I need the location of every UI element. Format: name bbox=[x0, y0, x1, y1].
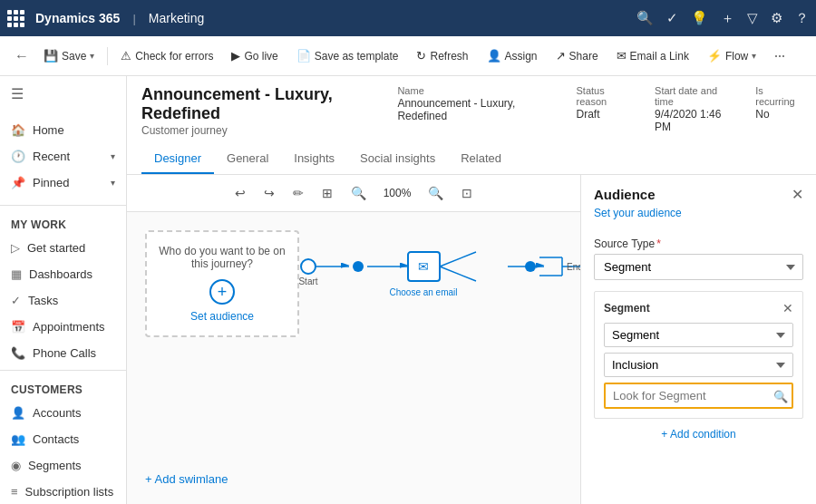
get-started-icon: ▷ bbox=[11, 241, 20, 255]
svg-text:Choose an email: Choose an email bbox=[389, 287, 457, 297]
tab-related[interactable]: Related bbox=[448, 144, 514, 174]
panel-subtitle[interactable]: Set your audience bbox=[581, 207, 816, 228]
look-for-search-icon: 🔍 bbox=[773, 389, 788, 402]
segment-dropdown-2[interactable]: Inclusion Exclusion bbox=[604, 353, 793, 377]
check-errors-button[interactable]: ⚠ Check for errors bbox=[113, 45, 220, 66]
save-template-button[interactable]: 📄 Save as template bbox=[289, 45, 406, 66]
sidebar-divider-2 bbox=[0, 370, 126, 371]
sidebar-item-accounts[interactable]: 👤 Accounts bbox=[0, 400, 126, 426]
sidebar-item-segments[interactable]: ◉ Segments bbox=[0, 452, 126, 479]
grid-tool-button[interactable]: ⊞ bbox=[316, 182, 339, 204]
add-icon[interactable]: ＋ bbox=[721, 10, 734, 27]
panel-header: Audience ✕ bbox=[581, 175, 816, 207]
sidebar-item-get-started[interactable]: ▷ Get started bbox=[0, 235, 126, 261]
sidebar-item-appointments[interactable]: 📅 Appointments bbox=[0, 314, 126, 340]
app-grid-icon[interactable] bbox=[7, 10, 24, 27]
tab-social-insights[interactable]: Social insights bbox=[347, 144, 448, 174]
assign-icon: 👤 bbox=[487, 49, 501, 63]
edit-tool-button[interactable]: ✏ bbox=[287, 182, 310, 204]
command-bar: ← 💾 Save ▾ ⚠ Check for errors ▶ Go live … bbox=[0, 36, 816, 76]
content-area: Announcement - Luxury, Redefined Custome… bbox=[127, 76, 816, 504]
sidebar-item-phone-calls[interactable]: 📞 Phone Calls bbox=[0, 340, 126, 366]
add-condition-link[interactable]: + Add condition bbox=[594, 428, 803, 441]
look-for-wrap: 🔍 bbox=[604, 383, 793, 409]
zoom-out-button[interactable]: 🔍 bbox=[345, 182, 373, 204]
tab-insights[interactable]: Insights bbox=[281, 144, 347, 174]
record-title: Announcement - Luxury, Redefined bbox=[141, 85, 397, 123]
panel-close-button[interactable]: ✕ bbox=[792, 186, 803, 203]
tab-designer[interactable]: Designer bbox=[141, 144, 214, 174]
flow-button[interactable]: ⚡ Flow ▾ bbox=[700, 45, 763, 66]
app-name: Dynamics 365 bbox=[35, 11, 120, 25]
go-live-icon: ▶ bbox=[231, 49, 240, 63]
share-button[interactable]: ↗ Share bbox=[549, 45, 606, 66]
flow-diagram: Start ✉ Choose an email End bbox=[299, 248, 580, 339]
sidebar-item-dashboards[interactable]: ▦ Dashboards bbox=[0, 261, 126, 287]
segment-select-wrap-2: Inclusion Exclusion bbox=[604, 353, 793, 377]
panel-body: Source Type Segment Marketing list Segme… bbox=[581, 228, 816, 453]
fit-button[interactable]: ⊡ bbox=[455, 182, 479, 204]
sidebar-item-home[interactable]: 🏠 Home bbox=[0, 117, 126, 143]
canvas-toolbar: ↩ ↪ ✏ ⊞ 🔍 100% 🔍 ⊡ bbox=[127, 175, 580, 212]
recent-icon: 🕐 bbox=[11, 150, 25, 163]
sidebar-item-tasks[interactable]: ✓ Tasks bbox=[0, 287, 126, 314]
record-meta: Name Announcement - Luxury, Redefined St… bbox=[397, 85, 801, 133]
recent-expand-icon: ▾ bbox=[111, 151, 115, 161]
back-button[interactable]: ← bbox=[11, 44, 33, 68]
refresh-button[interactable]: ↻ Refresh bbox=[409, 45, 475, 66]
tab-general[interactable]: General bbox=[214, 144, 281, 174]
svg-text:End: End bbox=[567, 262, 580, 272]
accounts-icon: 👤 bbox=[11, 406, 25, 420]
set-audience-link[interactable]: Set audience bbox=[156, 310, 288, 323]
svg-text:✉: ✉ bbox=[418, 259, 429, 274]
filter-icon[interactable]: ▽ bbox=[747, 10, 758, 26]
dashboards-icon: ▦ bbox=[11, 267, 22, 281]
save-icon: 💾 bbox=[44, 49, 58, 63]
flow-dropdown-icon[interactable]: ▾ bbox=[752, 51, 756, 61]
sidebar: ☰ 🏠 Home 🕐 Recent ▾ 📌 Pinned ▾ My Work ▷… bbox=[0, 76, 127, 504]
refresh-icon: ↻ bbox=[416, 49, 426, 63]
sidebar-item-subscription-lists[interactable]: ≡ Subscription lists bbox=[0, 479, 126, 504]
home-icon: 🏠 bbox=[11, 123, 25, 137]
sidebar-item-contacts[interactable]: 👥 Contacts bbox=[0, 426, 126, 452]
segment-dropdown-1[interactable]: Segment bbox=[604, 323, 793, 347]
segment-section-close-button[interactable]: ✕ bbox=[782, 301, 793, 315]
email-link-button[interactable]: ✉ Email a Link bbox=[609, 45, 696, 66]
undo-button[interactable]: ↩ bbox=[228, 182, 252, 204]
subscription-icon: ≡ bbox=[11, 485, 18, 499]
nav-divider: | bbox=[132, 12, 135, 25]
svg-text:Start: Start bbox=[298, 276, 317, 286]
tasks-icon: ✓ bbox=[11, 294, 21, 307]
audience-box: Who do you want to be on this journey? +… bbox=[145, 230, 299, 337]
meta-name: Name Announcement - Luxury, Redefined bbox=[397, 85, 554, 133]
add-swimlane-button[interactable]: + Add swimlane bbox=[145, 472, 228, 486]
email-link-icon: ✉ bbox=[617, 49, 627, 63]
search-icon[interactable]: 🔍 bbox=[636, 10, 654, 26]
svg-point-12 bbox=[525, 261, 536, 272]
source-type-select[interactable]: Segment Marketing list bbox=[594, 254, 803, 280]
top-navigation: Dynamics 365 | Marketing 🔍 ✓ 💡 ＋ ▽ ⚙ ？ bbox=[0, 0, 816, 36]
cmd-separator-1 bbox=[107, 47, 108, 65]
designer-area: ↩ ↪ ✏ ⊞ 🔍 100% 🔍 ⊡ Who do you want to be… bbox=[127, 175, 816, 504]
save-dropdown-icon[interactable]: ▾ bbox=[90, 51, 94, 61]
assign-button[interactable]: 👤 Assign bbox=[480, 45, 545, 66]
redo-button[interactable]: ↪ bbox=[257, 182, 281, 204]
go-live-button[interactable]: ▶ Go live bbox=[224, 45, 285, 66]
sidebar-item-pinned[interactable]: 📌 Pinned ▾ bbox=[0, 170, 126, 196]
more-button[interactable]: ⋯ bbox=[767, 46, 792, 66]
lightbulb-icon[interactable]: 💡 bbox=[691, 10, 708, 26]
sidebar-hamburger[interactable]: ☰ bbox=[0, 76, 126, 111]
segment-section-header: Segment ✕ bbox=[604, 301, 793, 315]
zoom-level: 100% bbox=[378, 185, 417, 201]
settings-icon[interactable]: ⚙ bbox=[771, 10, 782, 26]
audience-question: Who do you want to be on this journey? bbox=[156, 245, 288, 270]
check-icon[interactable]: ✓ bbox=[666, 10, 678, 26]
sidebar-item-recent[interactable]: 🕐 Recent ▾ bbox=[0, 143, 126, 170]
zoom-in-button[interactable]: 🔍 bbox=[422, 182, 450, 204]
add-audience-button[interactable]: + bbox=[209, 279, 235, 305]
pinned-expand-icon: ▾ bbox=[111, 178, 115, 188]
help-icon[interactable]: ？ bbox=[795, 10, 809, 27]
module-name: Marketing bbox=[149, 11, 204, 25]
save-button[interactable]: 💾 Save ▾ bbox=[36, 45, 102, 66]
look-for-segment-input[interactable] bbox=[604, 383, 793, 409]
